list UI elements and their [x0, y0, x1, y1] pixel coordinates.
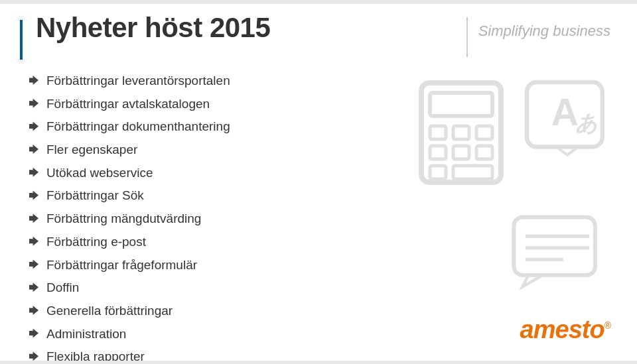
- bullet-icon: [29, 121, 38, 131]
- list-item: Förbättringar avtalskatalogen: [29, 96, 374, 113]
- illustration-area: A あ: [398, 60, 624, 312]
- bullet-icon: [29, 99, 38, 108]
- bullet-text: Förbättringar dokumenthantering: [46, 119, 230, 135]
- bullet-icon: [29, 76, 38, 85]
- list-item: Utökad webservice: [29, 165, 374, 182]
- list-item: Fler egenskaper: [29, 142, 374, 158]
- bullet-text: Doffin: [46, 280, 79, 296]
- bullet-icon: [29, 306, 38, 315]
- bullet-text: Utökad webservice: [46, 165, 153, 182]
- vertical-divider: [466, 17, 468, 57]
- svg-rect-1: [430, 93, 492, 116]
- bullet-icon: [29, 168, 38, 177]
- svg-text:あ: あ: [575, 111, 597, 135]
- bullet-icon: [29, 145, 38, 154]
- svg-rect-5: [430, 146, 446, 159]
- svg-marker-11: [557, 147, 579, 155]
- bullet-text: Förbättringar frågeformulär: [46, 257, 197, 274]
- svg-rect-8: [430, 166, 446, 179]
- bullet-icon: [29, 329, 38, 338]
- svg-rect-6: [453, 146, 469, 159]
- bullet-icon: [29, 213, 38, 223]
- list-item: Administration: [29, 326, 374, 343]
- list-item: Förbättringar dokumenthantering: [29, 119, 374, 135]
- bullet-text: Förbättring mängdutvärding: [46, 211, 201, 227]
- logo-text: amesto®: [520, 316, 610, 344]
- bullet-text: Administration: [46, 326, 126, 343]
- bullet-text: Förbättringar avtalskatalogen: [46, 96, 210, 113]
- top-accent-line: [0, 0, 637, 4]
- header-right: Simplifying business: [466, 12, 610, 57]
- bullet-text: Generella förbättringar: [46, 303, 173, 320]
- bullet-icon: [29, 260, 38, 269]
- chat-bubble-icon: [511, 212, 604, 292]
- bullet-icon: [29, 351, 38, 361]
- svg-rect-2: [430, 126, 446, 139]
- bullet-icon: [29, 190, 38, 200]
- header: Nyheter höst 2015 Simplifying business: [29, 12, 610, 57]
- tagline: Simplifying business: [478, 17, 610, 40]
- bullet-icon: [29, 237, 38, 246]
- list-item: Generella förbättringar: [29, 303, 374, 320]
- page-title: Nyheter höst 2015: [36, 12, 270, 44]
- svg-rect-7: [476, 146, 492, 159]
- amesto-logo: amesto®: [520, 316, 610, 344]
- list-item: Förbättringar leverantörsportalen: [29, 73, 374, 90]
- bullet-text: Förbättringar Sök: [46, 188, 144, 204]
- svg-text:A: A: [551, 91, 579, 133]
- bullet-list: Förbättringar leverantörsportalenFörbätt…: [29, 73, 374, 364]
- list-item: Förbättring e-post: [29, 234, 374, 251]
- left-accent-bar: [20, 20, 23, 60]
- svg-rect-9: [453, 166, 492, 179]
- calculator-icon: [418, 80, 504, 186]
- logo-registered: ®: [604, 320, 610, 331]
- svg-rect-4: [476, 126, 492, 139]
- list-item: Doffin: [29, 280, 374, 296]
- letter-a-icon: A あ: [524, 73, 610, 172]
- svg-rect-3: [453, 126, 469, 139]
- bullet-text: Förbättringar leverantörsportalen: [46, 73, 230, 90]
- content-area: Förbättringar leverantörsportalenFörbätt…: [29, 73, 374, 364]
- bullet-text: Fler egenskaper: [46, 142, 137, 158]
- slide: Nyheter höst 2015 Simplifying business A…: [0, 0, 637, 364]
- bullet-text: Förbättring e-post: [46, 234, 146, 251]
- bottom-accent-line: [0, 361, 637, 364]
- list-item: Förbättring mängdutvärding: [29, 211, 374, 227]
- list-item: Förbättringar frågeformulär: [29, 257, 374, 274]
- bullet-icon: [29, 282, 38, 292]
- list-item: Förbättringar Sök: [29, 188, 374, 204]
